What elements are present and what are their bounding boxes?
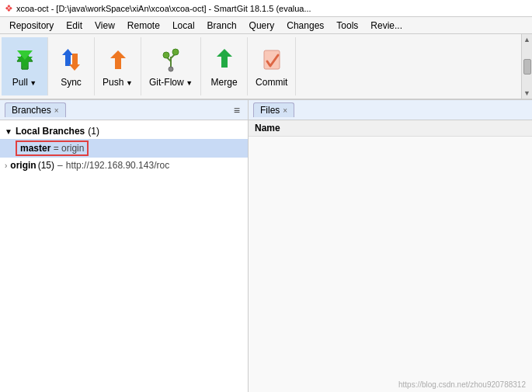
toolbar-scrollbar-thumb	[523, 59, 531, 75]
files-tab-label: Files	[260, 105, 280, 116]
menu-view[interactable]: View	[89, 19, 121, 33]
menu-edit[interactable]: Edit	[60, 19, 89, 33]
left-panel: Branches × ≡ ▼ Local Branches (1) master…	[0, 100, 249, 392]
menu-branch[interactable]: Branch	[201, 19, 243, 33]
branches-tab-label: Branches	[12, 105, 51, 116]
menu-review[interactable]: Revie...	[364, 19, 409, 33]
svg-marker-19	[217, 49, 232, 57]
branch-item-master[interactable]: master = origin	[0, 139, 248, 158]
files-name-column-header: Name	[249, 120, 532, 137]
origin-separator: –	[57, 160, 63, 171]
toolbar-scroll-down[interactable]: ▼	[523, 89, 530, 97]
menu-changes[interactable]: Changes	[280, 19, 330, 33]
toolbar-scroll-up[interactable]: ▲	[523, 36, 530, 43]
gitflow-icon	[157, 46, 185, 74]
merge-icon	[210, 46, 238, 74]
push-label: Push	[103, 77, 133, 88]
menu-repository[interactable]: Repository	[3, 19, 60, 33]
app-icon: ❖	[5, 3, 13, 14]
svg-rect-6	[65, 55, 71, 66]
sync-icon	[57, 46, 85, 74]
files-table: Name	[249, 120, 532, 392]
commit-button[interactable]: Commit	[248, 37, 296, 95]
master-branch-box: master = origin	[16, 140, 89, 156]
push-icon	[104, 46, 132, 74]
main-content: Branches × ≡ ▼ Local Branches (1) master…	[0, 100, 532, 392]
files-panel-header: Files ×	[249, 100, 532, 120]
title-bar: ❖ xcoa-oct - [D:\java\workSpace\xiAn\xco…	[0, 0, 532, 17]
branches-tab[interactable]: Branches ×	[5, 102, 66, 117]
sync-button[interactable]: Sync	[48, 37, 95, 95]
title-text: xcoa-oct - [D:\java\workSpace\xiAn\xcoa\…	[16, 4, 311, 13]
svg-marker-11	[110, 50, 126, 58]
gitflow-button[interactable]: Git-Flow	[141, 37, 201, 95]
toolbar: Pull Sync Push Git-Flow	[0, 34, 532, 100]
files-tab[interactable]: Files ×	[253, 102, 294, 117]
commit-icon	[258, 46, 286, 74]
menu-tools[interactable]: Tools	[330, 19, 364, 33]
branches-tab-close[interactable]: ×	[54, 106, 59, 115]
svg-rect-10	[115, 58, 121, 69]
pull-button[interactable]: Pull	[2, 37, 48, 95]
origin-label: origin	[10, 160, 36, 171]
sync-label: Sync	[61, 77, 82, 88]
merge-button[interactable]: Merge	[201, 37, 248, 95]
menu-query[interactable]: Query	[243, 19, 281, 33]
master-branch-name: master	[20, 143, 50, 154]
pull-label: Pull	[12, 77, 37, 88]
local-branches-count: (1)	[88, 126, 99, 137]
local-branches-header[interactable]: ▼ Local Branches (1)	[0, 123, 248, 139]
svg-marker-7	[62, 49, 73, 55]
svg-point-17	[169, 67, 173, 71]
svg-point-16	[172, 49, 179, 55]
branches-menu-icon[interactable]: ≡	[231, 104, 243, 116]
merge-label: Merge	[211, 77, 238, 88]
menu-remote[interactable]: Remote	[121, 19, 166, 33]
origin-expand-arrow: ›	[5, 161, 7, 170]
branch-list: ▼ Local Branches (1) master = origin › o…	[0, 120, 248, 392]
origin-url: http://192.168.90.143/roc	[66, 160, 169, 171]
pull-icon	[11, 46, 39, 74]
svg-rect-20	[264, 50, 280, 69]
origin-count: (15)	[38, 160, 54, 171]
svg-rect-18	[221, 57, 228, 68]
svg-marker-9	[69, 64, 80, 71]
push-button[interactable]: Push	[95, 37, 141, 95]
origin-section-header[interactable]: › origin (15) – http://192.168.90.143/ro…	[0, 158, 248, 173]
files-tab-close[interactable]: ×	[283, 106, 287, 115]
local-expand-arrow: ▼	[5, 127, 12, 136]
master-tracking: = origin	[54, 143, 85, 154]
menu-local[interactable]: Local	[166, 19, 201, 33]
branches-panel-header: Branches × ≡	[0, 100, 248, 120]
svg-point-15	[163, 52, 169, 58]
local-branches-label: Local Branches	[16, 126, 85, 137]
menu-bar: Repository Edit View Remote Local Branch…	[0, 17, 532, 34]
svg-rect-8	[72, 54, 78, 64]
watermark: https://blog.csdn.net/zhou920788312	[398, 380, 526, 389]
commit-label: Commit	[256, 77, 287, 88]
gitflow-label: Git-Flow	[149, 77, 193, 88]
right-panel: Files × Name	[249, 100, 532, 392]
files-empty-area	[249, 137, 532, 292]
